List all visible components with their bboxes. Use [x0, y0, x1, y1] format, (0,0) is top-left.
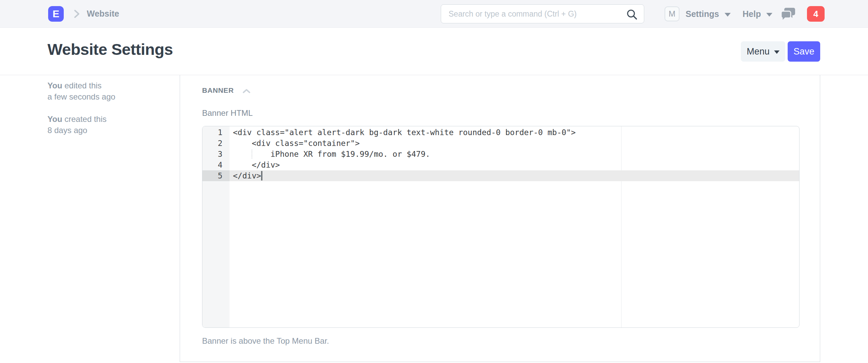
banner-html-label: Banner HTML	[202, 108, 253, 118]
editor-line-number[interactable]: 1	[202, 127, 230, 138]
search-icon[interactable]	[626, 9, 638, 20]
editor-line[interactable]: <div class="alert alert-dark bg-dark tex…	[230, 127, 799, 138]
editor-line[interactable]: <div class="container">	[230, 138, 799, 149]
editor-code: <div class="alert alert-dark bg-dark tex…	[230, 126, 799, 327]
search-bar	[441, 4, 644, 23]
menu-button[interactable]: Menu	[741, 41, 785, 62]
page-head: Website Settings Menu Save	[0, 28, 868, 75]
created-by: You	[47, 114, 62, 124]
save-button-label: Save	[793, 46, 814, 57]
page-title: Website Settings	[47, 40, 173, 59]
settings-dropdown[interactable]: Settings	[686, 9, 731, 19]
caret-down-icon	[725, 13, 731, 17]
editor-line-number[interactable]: 5	[202, 170, 230, 181]
editor-line[interactable]: </div>	[230, 159, 799, 170]
editor-gutter: 12345	[202, 126, 230, 327]
edited-info: You edited this a few seconds ago	[47, 80, 170, 102]
edited-action: edited this	[62, 81, 102, 90]
indent-guide	[252, 150, 252, 158]
caret-down-icon	[774, 50, 780, 54]
editor-line-number[interactable]: 4	[202, 159, 230, 170]
editor-line-text: iPhone XR from $19.99/mo. or $479.	[233, 150, 430, 158]
form-sidebar: You edited this a few seconds ago You cr…	[47, 75, 170, 136]
help-dropdown[interactable]: Help	[743, 9, 772, 19]
banner-html-editor[interactable]: 12345 <div class="alert alert-dark bg-da…	[202, 126, 800, 328]
chevron-right-icon	[73, 8, 81, 19]
help-label: Help	[743, 9, 761, 19]
chevron-up-icon	[242, 88, 251, 94]
editor-line[interactable]: </div>	[230, 170, 799, 181]
edited-when: a few seconds ago	[47, 92, 115, 101]
editor-line-text: <div class="container">	[233, 139, 360, 148]
section-title: BANNER	[202, 86, 234, 94]
editor-line-number[interactable]: 3	[202, 149, 230, 159]
created-when: 8 days ago	[47, 126, 87, 135]
editor-line-text: </div>	[233, 161, 280, 169]
editor-line-text: </div>	[233, 171, 261, 180]
edited-by: You	[47, 81, 62, 90]
created-action: created this	[62, 114, 107, 124]
notification-count-badge[interactable]: 4	[807, 6, 825, 22]
app-logo[interactable]: E	[48, 6, 64, 22]
form-card: BANNER Banner HTML 12345 <div class="ale…	[180, 75, 820, 362]
chat-icon[interactable]	[781, 7, 796, 22]
menu-button-label: Menu	[747, 46, 770, 57]
navbar: E Website M Settings Help	[0, 0, 868, 28]
editor-line-number[interactable]: 2	[202, 138, 230, 149]
editor-line[interactable]: iPhone XR from $19.99/mo. or $479.	[230, 149, 799, 159]
editor-line-text: <div class="alert alert-dark bg-dark tex…	[233, 128, 576, 137]
text-cursor	[261, 171, 262, 180]
search-input[interactable]	[449, 5, 622, 23]
caret-down-icon	[766, 13, 772, 17]
created-info: You created this 8 days ago	[47, 113, 170, 136]
settings-label: Settings	[686, 9, 719, 19]
avatar[interactable]: M	[665, 6, 679, 21]
section-banner-toggle[interactable]: BANNER	[202, 86, 251, 94]
banner-help-text: Banner is above the Top Menu Bar.	[202, 335, 329, 346]
save-button[interactable]: Save	[788, 41, 820, 62]
breadcrumb-website[interactable]: Website	[87, 9, 119, 19]
screen: E Website M Settings Help	[0, 0, 868, 363]
